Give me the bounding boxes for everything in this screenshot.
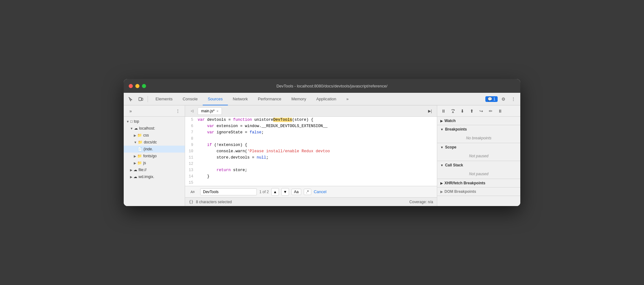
step-over-button[interactable]	[449, 107, 457, 115]
notification-icon: 💬	[488, 97, 492, 101]
minimize-button[interactable]	[135, 84, 139, 88]
pause-on-exceptions-button[interactable]: ⏸	[496, 107, 505, 115]
search-cancel-button[interactable]: Cancel	[314, 189, 326, 194]
more-button[interactable]: ⋮	[509, 95, 518, 103]
replace-toggle-button[interactable]: AB	[188, 187, 198, 196]
notifications-button[interactable]: 💬 1	[485, 96, 498, 102]
main-tabs: Elements Console Sources Network Perform…	[150, 93, 484, 105]
dom-header[interactable]: ▶ DOM Breakpoints	[437, 187, 520, 196]
source-tab-mainjs[interactable]: main.js* ×	[198, 107, 222, 115]
watch-label: Watch	[444, 119, 456, 123]
tree-label: (inde.	[144, 147, 153, 151]
tab-application[interactable]: Application	[311, 93, 342, 105]
dom-label: DOM Breakpoints	[444, 189, 476, 194]
settings-button[interactable]: ⚙	[499, 95, 508, 103]
regex-button[interactable]: .*	[304, 189, 311, 195]
tree-label: file://	[138, 168, 146, 172]
watch-header[interactable]: ▶ Watch	[437, 117, 520, 125]
source-panel: ◁ main.js* × ▶| 5 var devtools = functio…	[185, 105, 437, 206]
scope-header[interactable]: ▼ Scope	[437, 143, 520, 151]
line-code: console.warn('Please install/enable Redu…	[196, 148, 437, 154]
status-left: {} 8 characters selected	[189, 200, 232, 204]
tab-elements[interactable]: Elements	[150, 93, 178, 105]
callstack-not-paused-text: Not paused	[469, 172, 488, 176]
line-code	[196, 161, 437, 167]
tree-item-fonts[interactable]: ▶ 📁 fonts/go	[124, 153, 185, 159]
execute-button[interactable]: ▶|	[426, 107, 434, 115]
tab-sources[interactable]: Sources	[203, 93, 228, 105]
watch-section: ▶ Watch	[437, 117, 520, 125]
tab-more[interactable]: »	[341, 93, 353, 105]
device-toolbar-button[interactable]	[136, 95, 145, 103]
code-line-15: 15	[185, 180, 437, 186]
line-code: var extension = window.__REDUX_DEVTOOLS_…	[196, 123, 437, 129]
tab-network[interactable]: Network	[228, 93, 253, 105]
pause-button[interactable]: ⏸	[439, 107, 448, 115]
search-prev-button[interactable]: ▲	[271, 188, 279, 196]
source-back-button[interactable]: ◁	[188, 107, 196, 115]
svg-rect-1	[142, 98, 143, 100]
chevron-down-icon: ▼	[440, 128, 443, 131]
step-button[interactable]: ↪	[477, 107, 486, 115]
close-tab-icon[interactable]: ×	[217, 109, 218, 113]
code-line-5: 5 var devtools = function unistoreDevToo…	[185, 117, 437, 123]
breakpoints-body: No breakpoints	[437, 133, 520, 143]
search-input[interactable]	[200, 188, 257, 195]
toolbar-right: 💬 1 ⚙ ⋮	[485, 95, 518, 103]
format-icon[interactable]: {}	[189, 200, 193, 204]
titlebar: DevTools - localhost:8080/docs/devtools/…	[124, 79, 520, 93]
tree-item-js[interactable]: ▶ 📁 js	[124, 159, 185, 166]
scope-not-paused-text: Not paused	[469, 154, 488, 158]
sidebar-more-button[interactable]: ⋮	[173, 107, 182, 115]
code-line-6: 6 var extension = window.__REDUX_DEVTOOL…	[185, 123, 437, 129]
tree-item-css[interactable]: ▶ 📁 css	[124, 132, 185, 139]
toolbar-separator	[148, 96, 148, 102]
source-tab-bar: ◁ main.js* × ▶|	[185, 105, 437, 117]
folder-icon: 📁	[137, 161, 142, 165]
tree-label: css	[143, 133, 149, 137]
code-line-8: 8	[185, 136, 437, 142]
tab-performance[interactable]: Performance	[253, 93, 286, 105]
tree-item-index[interactable]: 📄 (inde.	[124, 146, 185, 153]
code-line-7: 7 var ignoreState = false;	[185, 129, 437, 136]
line-number: 9	[185, 142, 196, 148]
file-icon: 📄	[138, 147, 142, 151]
arrow-icon: ▶	[134, 161, 136, 165]
xhr-header[interactable]: ▶ XHR/fetch Breakpoints	[437, 179, 520, 187]
callstack-label: Call Stack	[445, 163, 463, 167]
tab-console[interactable]: Console	[178, 93, 203, 105]
no-breakpoints-text: No breakpoints	[466, 136, 492, 140]
tree-label: js	[143, 161, 146, 165]
inspect-element-button[interactable]	[126, 95, 135, 103]
code-editor[interactable]: 5 var devtools = function unistoreDevToo…	[185, 117, 437, 186]
tree-item-docs[interactable]: ▼ 📁 docs/dc	[124, 139, 185, 146]
tree-item-localhost[interactable]: ▼ ☁ localhost:	[124, 125, 185, 132]
status-text: 8 characters selected	[196, 200, 232, 204]
tree-label: top	[134, 119, 139, 124]
xhr-section: ▶ XHR/fetch Breakpoints	[437, 179, 520, 187]
search-next-button[interactable]: ▼	[281, 188, 289, 196]
maximize-button[interactable]	[142, 84, 146, 88]
tree-item-top[interactable]: ▼ □ top	[124, 118, 185, 125]
breakpoints-section: ▼ Breakpoints No breakpoints	[437, 125, 520, 143]
tree-item-file[interactable]: ▶ ☁ file://	[124, 166, 185, 173]
deactivate-breakpoints-button[interactable]: ✏	[486, 107, 495, 115]
line-code: }	[196, 173, 437, 180]
tree-item-imgix[interactable]: ▶ ☁ wd.imgix.	[124, 173, 185, 180]
scope-section: ▼ Scope Not paused	[437, 143, 520, 161]
callstack-header[interactable]: ▼ Call Stack	[437, 161, 520, 169]
folder-icon: 📁	[137, 154, 142, 158]
chevron-down-icon: ▼	[440, 164, 443, 167]
code-line-10: 10 console.warn('Please install/enable R…	[185, 148, 437, 154]
arrow-icon: ▼	[130, 127, 133, 130]
arrow-icon: ▼	[134, 141, 137, 144]
step-into-button[interactable]: ⬇	[458, 107, 467, 115]
breakpoints-header[interactable]: ▼ Breakpoints	[437, 125, 520, 133]
sidebar-collapse-button[interactable]: »	[126, 107, 135, 115]
match-case-button[interactable]: Aa	[291, 189, 301, 195]
tab-memory[interactable]: Memory	[286, 93, 311, 105]
scope-body: Not paused	[437, 151, 520, 161]
close-button[interactable]	[129, 84, 133, 88]
line-number: 12	[185, 161, 196, 167]
step-out-button[interactable]: ⬆	[467, 107, 476, 115]
